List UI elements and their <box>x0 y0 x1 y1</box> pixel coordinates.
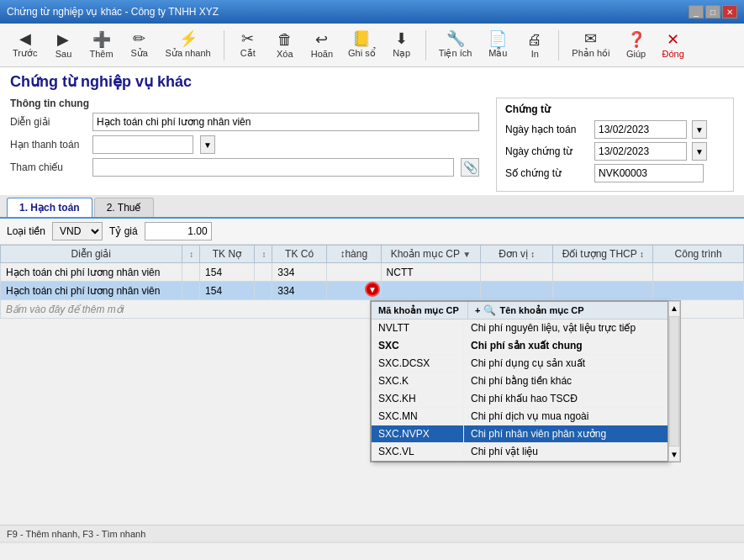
toolbar-forward[interactable]: ▶ Sau <box>46 27 80 64</box>
table-row[interactable]: Hạch toán chi phí lương nhân viên 154 33… <box>1 263 744 282</box>
col-doi-tuong-thcp: Đối tượng THCP ↕ <box>553 246 653 263</box>
dien-giai-input[interactable] <box>92 113 479 131</box>
toolbar-print[interactable]: 🖨 In <box>518 27 551 64</box>
toolbar-utility-label: Tiện ích <box>439 48 472 59</box>
dropdown-item[interactable]: SXC.DCSX Chi phí dụng cụ sản xuất <box>372 355 667 372</box>
han-thanh-toan-input[interactable] <box>92 135 193 154</box>
dropdown-item[interactable]: SXC.VL Chi phí vật liệu <box>372 443 667 461</box>
cut-icon: ✂ <box>241 31 254 46</box>
cell-khoan-muc-cp[interactable]: NCTT <box>381 263 481 282</box>
add-icon: ➕ <box>92 32 111 47</box>
cell-tk-co[interactable]: 334 <box>272 263 327 282</box>
col-don-vi: Đơn vị ↕ <box>481 246 553 263</box>
toolbar-cancel-label: Hoãn <box>311 49 333 59</box>
cell-dien-giai[interactable]: Hạch toán chi phí lương nhân viên <box>1 263 182 282</box>
toolbar-template[interactable]: 📄 Mẫu <box>481 27 514 64</box>
toolbar-close-label: Đóng <box>662 49 684 59</box>
toolbar-delete-label: Xóa <box>277 49 293 59</box>
col-sort2[interactable]: ↕ <box>254 246 272 263</box>
toolbar-forward-label: Sau <box>55 49 72 59</box>
toolbar-quick-edit-label: Sửa nhanh <box>166 48 211 59</box>
dropdown-item[interactable]: SXC.KH Chi phí khấu hao TSCĐ <box>372 390 667 408</box>
loai-tien-select[interactable]: VND USD EUR <box>52 222 103 240</box>
form-area: Chứng từ nghiệp vụ khác Thông tin chung … <box>0 67 744 195</box>
cell-tk-co[interactable]: 334 <box>272 282 327 300</box>
toolbar-delete[interactable]: 🗑 Xóa <box>268 27 302 64</box>
scroll-thumb[interactable] <box>669 316 679 446</box>
dropdown-scrollbar[interactable]: ▲ ▼ <box>668 301 680 462</box>
dropdown-item[interactable]: SXC.MN Chi phí dịch vụ mua ngoài <box>372 408 667 425</box>
toolbar-feedback[interactable]: ✉ Phản hồi <box>566 27 615 64</box>
cancel-icon: ↩ <box>315 32 328 47</box>
attach-button[interactable]: 📎 <box>461 158 479 177</box>
cell-dien-giai[interactable]: Hạch toán chi phí lương nhân viên <box>1 282 182 300</box>
dropdown-item[interactable]: NVLTT Chi phí nguyên liệu, vật liệu trực… <box>372 320 667 337</box>
so-chung-tu-input[interactable] <box>594 164 704 182</box>
col-cong-trinh: Công trình <box>653 246 744 263</box>
separator-3 <box>558 30 559 61</box>
separator-2 <box>425 30 426 61</box>
forward-icon: ▶ <box>57 32 69 47</box>
ngay-chung-tu-dropdown[interactable]: ▼ <box>692 142 707 161</box>
tab-thue[interactable]: 2. Thuế <box>94 198 154 217</box>
ngay-hach-toan-row: Ngày hạch toán ▼ <box>505 120 725 139</box>
close-icon: ✕ <box>667 32 679 47</box>
ngay-chung-tu-label: Ngày chứng từ <box>505 145 589 157</box>
so-chung-tu-label: Số chứng từ <box>505 167 589 179</box>
col-sort1[interactable]: ↕ <box>182 246 200 263</box>
toolbar-close[interactable]: ✕ Đóng <box>657 27 690 64</box>
toolbar-utility[interactable]: 🔧 Tiện ích <box>433 27 478 64</box>
grid-area: Diễn giải ↕ TK Nợ ↕ TK Có <box>0 245 744 560</box>
close-window-button[interactable]: ✕ <box>722 5 737 18</box>
scroll-up[interactable]: ▲ <box>668 302 680 314</box>
cell-tk-no[interactable]: 154 <box>200 263 255 282</box>
toolbar-add[interactable]: ➕ Thêm <box>83 27 119 64</box>
toolbar-back[interactable]: ◀ Trước <box>7 27 43 64</box>
minimize-button[interactable]: _ <box>689 5 704 18</box>
dropdown-col1-header: Mã khoản mục CP <box>372 302 468 319</box>
help-icon: ❓ <box>627 32 646 47</box>
dropdown-indicator: ▼ <box>365 282 380 297</box>
cell-tk-no[interactable]: 154 <box>200 282 255 300</box>
toolbar-edit-label: Sửa <box>130 48 147 59</box>
dien-giai-row: Diễn giải <box>10 113 479 131</box>
toolbar-quick-edit[interactable]: ⚡ Sửa nhanh <box>160 27 217 64</box>
toolbar-cut-label: Cắt <box>240 48 256 59</box>
form-two-col: Thông tin chung Diễn giải Hạn thanh toán… <box>10 98 734 192</box>
toolbar-edit[interactable]: ✏ Sửa <box>123 27 156 64</box>
cell-khoan-muc-cp[interactable] <box>381 282 481 300</box>
window-title: Chứng từ nghiệp vụ khác - Công ty TNHH X… <box>7 6 219 18</box>
ngay-hach-toan-dropdown[interactable]: ▼ <box>692 120 707 139</box>
separator-1 <box>224 30 224 61</box>
thong-tin-chung-label: Thông tin chung <box>10 98 479 109</box>
ngay-hach-toan-input[interactable] <box>594 120 687 139</box>
dropdown-item[interactable]: SXC.K Chi phí bằng tiền khác <box>372 372 667 390</box>
content-wrapper: Chứng từ nghiệp vụ khác Thông tin chung … <box>0 67 744 560</box>
tham-chieu-label: Tham chiếu <box>10 161 86 173</box>
toolbar-print-label: In <box>531 49 539 59</box>
khoan-muc-cp-dropdown[interactable]: ▼ Mã khoản mục CP + 🔍 Tên khoản mục CP <box>370 300 681 462</box>
delete-icon: 🗑 <box>277 32 293 47</box>
scroll-down[interactable]: ▼ <box>668 448 680 461</box>
toolbar-cancel[interactable]: ↩ Hoãn <box>305 27 339 64</box>
toolbar-help-label: Giúp <box>626 49 646 59</box>
tham-chieu-input[interactable] <box>92 158 454 177</box>
col-dien-giai: Diễn giải <box>1 246 182 263</box>
ngay-chung-tu-input[interactable] <box>594 142 687 161</box>
dropdown-item-selected[interactable]: SXC.NVPX Chi phí nhân viên phân xưởng <box>372 425 667 443</box>
col-hang: ↕hàng <box>326 246 381 263</box>
ngay-hach-toan-label: Ngày hạch toán <box>505 124 589 135</box>
toolbar-post[interactable]: 📒 Ghi sổ <box>342 27 382 64</box>
tab-hach-toan[interactable]: 1. Hạch toán <box>7 198 92 217</box>
maximize-button[interactable]: □ <box>705 5 720 18</box>
toolbar-cut[interactable]: ✂ Cắt <box>231 27 265 64</box>
ty-gia-input[interactable] <box>145 222 212 240</box>
col-tk-no: TK Nợ <box>200 246 255 263</box>
hint-text: F9 - Thêm nhanh, F3 - Tìm nhanh <box>7 529 145 539</box>
toolbar-help[interactable]: ❓ Giúp <box>620 27 653 64</box>
toolbar-import[interactable]: ⬇ Nạp <box>385 27 419 64</box>
template-icon: 📄 <box>488 31 507 46</box>
han-thanh-toan-dropdown[interactable]: ▼ <box>200 135 215 154</box>
dien-giai-label: Diễn giải <box>10 116 86 128</box>
dropdown-item-group[interactable]: SXC Chi phí sản xuất chung <box>372 337 667 355</box>
